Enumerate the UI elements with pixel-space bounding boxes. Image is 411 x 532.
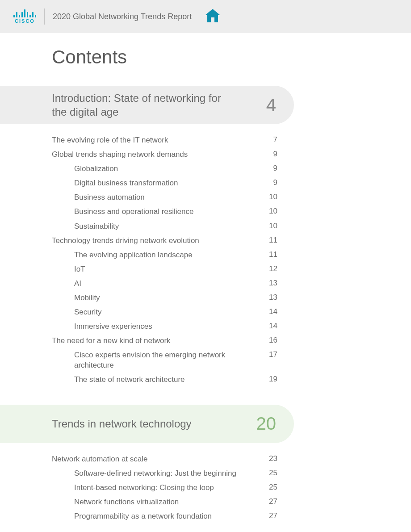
toc-entry-title: Technology trends driving network evolut… (52, 236, 199, 246)
toc-row[interactable]: Immersive experiences14 (52, 319, 277, 334)
toc-entry-title: The need for a new kind of network (52, 336, 171, 346)
toc-entry-title: AI (74, 279, 81, 289)
cisco-logo-text: CISCO (15, 18, 35, 24)
toc-entry-title: Globalization (74, 164, 118, 174)
toc-entry-title: Software-defined networking: Just the be… (74, 469, 236, 478)
toc-entry-page: 10 (269, 193, 277, 201)
toc-row[interactable]: Global trends shaping network demands9 (52, 147, 277, 162)
toc-row[interactable]: Sustainability10 (52, 219, 277, 234)
toc-row[interactable]: AI13 (52, 276, 277, 291)
toc-entry-page: 27 (269, 511, 277, 520)
toc-entry-page: 11 (269, 236, 277, 245)
toc-entry-title: The evolving application landscape (74, 250, 193, 260)
toc-entry-page: 14 (269, 322, 277, 331)
toc-entry-title: Mobility (74, 293, 100, 303)
section-header-title: Trends in network technology (52, 417, 192, 431)
toc-entry-page: 9 (273, 150, 277, 159)
document-header: CISCO 2020 Global Networking Trends Repo… (0, 0, 411, 33)
toc-entry-page: 10 (269, 222, 277, 230)
toc-row[interactable]: Globalization9 (52, 162, 277, 176)
toc-row[interactable]: The evolving role of the IT network7 (52, 133, 277, 147)
toc-row[interactable]: Intent-based networking: Closing the loo… (52, 481, 277, 495)
toc-entry-page: 12 (269, 264, 277, 273)
toc-entry-title: Global trends shaping network demands (52, 150, 188, 159)
toc-entry-page: 13 (269, 293, 277, 302)
toc-row[interactable]: Mobility13 (52, 291, 277, 305)
toc-entry-title: IoT (74, 264, 85, 274)
toc-row[interactable]: Network functions virtualization27 (52, 495, 277, 509)
toc-entry-page: 16 (269, 336, 277, 345)
toc-entry-page: 9 (273, 164, 277, 173)
toc-entry-title: Cisco experts envision the emerging netw… (74, 350, 244, 370)
toc-entry-title: Business and operational resilience (74, 207, 193, 217)
toc-row[interactable]: Digital business transformation9 (52, 176, 277, 190)
toc-row[interactable]: Software-defined networking: Just the be… (52, 466, 277, 481)
contents-heading: Contents (52, 46, 384, 68)
toc-entry-title: Intent-based networking: Closing the loo… (74, 483, 214, 493)
toc-entry-title: Network automation at scale (52, 454, 148, 464)
toc-entry-title: Business automation (74, 193, 145, 202)
toc-entry-title: Sustainability (74, 222, 119, 231)
toc-entry-title: The state of network architecture (74, 375, 185, 385)
toc-row[interactable]: Business and operational resilience10 (52, 205, 277, 219)
toc-entry-page: 9 (273, 178, 277, 187)
toc-row[interactable]: The need for a new kind of network16 (52, 334, 277, 348)
toc-entry-page: 27 (269, 497, 277, 506)
toc-entry-page: 10 (269, 207, 277, 216)
toc-list: Network automation at scale23Software-de… (52, 452, 277, 524)
toc-entry-page: 17 (269, 350, 277, 359)
section-header[interactable]: Introduction: State of networking for th… (0, 86, 294, 124)
cisco-logo-bars-icon (13, 9, 36, 17)
section-header-page: 20 (256, 414, 277, 434)
content-area: Contents Introduction: State of networki… (0, 33, 411, 524)
section-header-page: 4 (266, 95, 276, 115)
toc-entry-page: 19 (269, 375, 277, 384)
toc-entry-page: 23 (269, 454, 277, 463)
toc-entry-title: The evolving role of the IT network (52, 135, 168, 145)
toc-row[interactable]: Network automation at scale23 (52, 452, 277, 466)
header-divider (44, 8, 45, 25)
section-header[interactable]: Trends in network technology20 (0, 405, 294, 443)
toc-row[interactable]: The state of network architecture19 (52, 373, 277, 387)
toc-list: The evolving role of the IT network7Glob… (52, 133, 277, 387)
toc-row[interactable]: IoT12 (52, 262, 277, 276)
toc-entry-page: 11 (269, 250, 277, 259)
toc-row[interactable]: Business automation10 (52, 190, 277, 205)
toc-row[interactable]: Technology trends driving network evolut… (52, 234, 277, 248)
toc-entry-page: 25 (269, 483, 277, 492)
toc-entry-title: Security (74, 307, 101, 317)
document-title: 2020 Global Networking Trends Report (53, 12, 192, 21)
toc-row[interactable]: Cisco experts envision the emerging netw… (52, 348, 277, 372)
toc-entry-page: 13 (269, 279, 277, 288)
toc-entry-title: Programmability as a network foundation (74, 511, 212, 521)
toc-entry-title: Network functions virtualization (74, 497, 179, 507)
home-icon[interactable] (205, 9, 220, 24)
toc-entry-title: Digital business transformation (74, 178, 178, 188)
toc-row[interactable]: Programmability as a network foundation2… (52, 509, 277, 524)
toc-row[interactable]: The evolving application landscape11 (52, 248, 277, 262)
cisco-logo: CISCO (13, 9, 36, 24)
toc-row[interactable]: Security14 (52, 305, 277, 319)
toc-entry-page: 14 (269, 307, 277, 316)
toc-entry-page: 7 (273, 135, 277, 144)
toc-entry-title: Immersive experiences (74, 322, 152, 331)
toc-entry-page: 25 (269, 469, 277, 478)
section-header-title: Introduction: State of networking for th… (52, 91, 231, 119)
